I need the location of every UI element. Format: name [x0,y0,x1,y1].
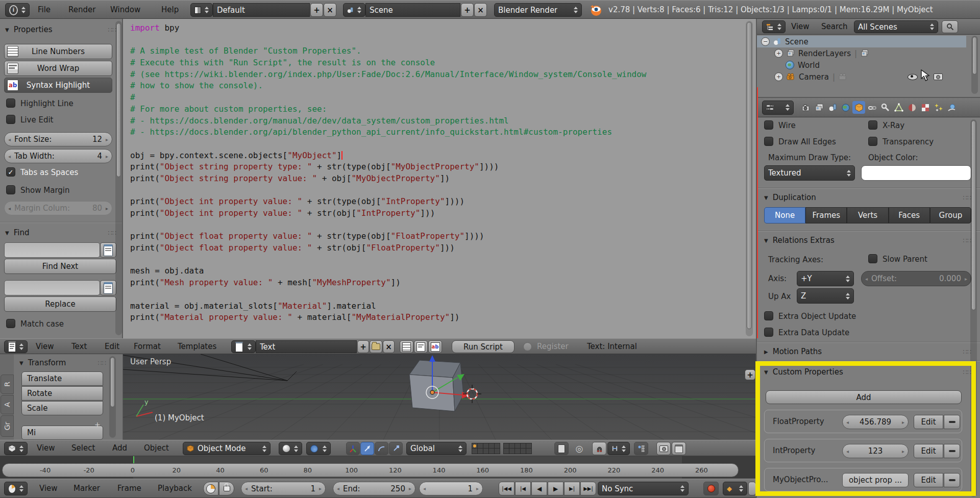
match-case-checkbox[interactable]: ✓ [6,319,15,328]
play-reverse-button[interactable]: ◀ [531,482,547,495]
relations-extras-panel-header[interactable]: ▼Relations Extras∷∷ [764,236,971,245]
timeline-ruler[interactable]: -40-200204060801001201401601802002202402… [0,456,756,479]
highlight-line-checkbox[interactable]: ✓ [6,98,15,108]
outliner-row-world[interactable]: World [757,59,966,71]
render-engine-dropdown[interactable]: Blender Render [494,3,582,17]
shading-dropdown[interactable] [279,442,302,455]
text-close-button[interactable]: × [383,340,395,353]
properties-panel-header[interactable]: ▼Properties∷∷ [5,25,116,34]
scrollbar-thumb[interactable] [116,23,121,177]
line-numbers-button[interactable]: Line Numbers [4,44,112,59]
tool-shelf-tab[interactable]: A [1,395,14,414]
tab-particles-icon[interactable] [932,101,945,114]
next-keyframe-button[interactable]: ▶| [564,482,580,495]
menu-marker[interactable]: Marker [74,484,100,493]
menu-object[interactable]: Object [144,443,169,453]
expand-circle-icon[interactable]: + [774,72,783,81]
tab-width-slider[interactable]: ◂Tab Width:4▸ [4,149,112,163]
scrollbar-thumb[interactable] [747,22,752,329]
transparency-checkbox[interactable]: ✓ [868,137,877,146]
layout-add-button[interactable]: + [310,3,323,17]
record-button[interactable] [703,482,719,495]
scrollbar-thumb[interactable] [971,120,976,310]
layers-widget[interactable] [472,443,500,454]
end-frame-field[interactable]: ◂End:250▸ [333,482,415,495]
opengl-render-button[interactable] [656,442,671,455]
toggle-word-wrap-button[interactable] [414,340,428,353]
slow-parent-checkbox[interactable]: ✓ [868,254,877,263]
draw-type-dropdown[interactable]: Textured [764,165,855,181]
viewport-3d[interactable]: User Persp y (1) MyObject [123,354,756,440]
menu-text[interactable]: Text [71,342,87,351]
outliner-scrollbar[interactable] [971,36,978,94]
duplication-group-button[interactable]: Group [930,207,971,223]
jump-to-end-button[interactable]: ▶▶| [580,482,596,495]
menu-file[interactable]: File [38,5,51,14]
menu-edit[interactable]: Edit [105,342,119,351]
motion-paths-panel-header[interactable]: ▶Motion Paths∷∷ [764,347,971,356]
tab-object-icon[interactable] [852,101,865,114]
menu-format[interactable]: Format [134,342,161,351]
opengl-animation-button[interactable] [672,442,686,455]
duplication-verts-button[interactable]: Verts [847,207,888,223]
mirror-button[interactable]: Mi [21,426,103,440]
find-next-button[interactable]: Find Next [4,259,116,274]
renderability-camera-icon[interactable] [934,73,943,80]
tab-texture-icon[interactable] [919,101,932,114]
duplication-faces-button[interactable]: Faces [889,207,930,223]
prev-keyframe-button[interactable]: |◀ [515,482,531,495]
show-margin-checkbox[interactable]: ✓ [6,185,15,194]
mode-dropdown[interactable]: Object Mode [183,442,271,455]
duplication-none-button[interactable]: None [764,207,805,223]
scene-name-field[interactable]: Scene [365,3,460,17]
layout-selector-icon-button[interactable] [190,3,213,17]
duplication-panel-header[interactable]: ▼Duplication∷∷ [764,193,971,202]
expand-circle-icon[interactable]: + [774,49,783,58]
manipulator-toggle-button[interactable] [346,442,360,455]
sidebar-scrollbar[interactable] [115,21,122,335]
word-wrap-button[interactable]: Word Wrap [4,61,112,76]
outliner-type-selector[interactable] [762,20,786,33]
axis-dropdown[interactable]: +Y [797,271,854,286]
layout-name-field[interactable]: Default [213,3,310,17]
live-edit-checkbox[interactable]: ✓ [6,115,15,124]
play-button[interactable]: ▶ [548,482,564,495]
scene-add-button[interactable]: + [461,3,474,17]
tab-modifiers-icon[interactable] [879,101,892,114]
panel-drag-dots-icon[interactable]: ∷∷ [97,359,106,367]
snap-magnet-button[interactable] [592,442,606,455]
scale-button[interactable]: Scale [21,401,103,415]
replace-input[interactable] [4,280,100,295]
find-panel-header[interactable]: ▼Find∷∷ [5,228,116,237]
tab-render-icon[interactable] [799,101,812,114]
tab-scene-icon[interactable] [826,101,839,114]
keying-set-dropdown[interactable]: ◆ [723,482,747,495]
start-frame-field[interactable]: ◂Start:1▸ [241,482,326,495]
tool-shelf-tab[interactable]: R [1,375,14,394]
jump-to-start-button[interactable]: |◀◀ [499,482,514,495]
timeline-type-selector[interactable] [4,482,28,495]
menu-window[interactable]: Window [110,5,140,14]
manipulator-translate-button[interactable] [360,442,374,455]
translate-button[interactable]: Translate [21,371,103,386]
scene-close-button[interactable]: × [474,3,487,17]
expand-region-plus-button[interactable]: + [745,369,755,380]
duplication-frames-button[interactable]: Frames [805,207,847,223]
menu-playback[interactable]: Playback [158,484,192,493]
find-text-datablock-button[interactable] [100,242,116,258]
insert-keyframe-button[interactable] [748,482,756,495]
text-datablock-icon-button[interactable] [231,340,256,353]
open-file-button[interactable] [370,340,382,353]
all-scenes-dropdown[interactable]: All Scenes [854,20,938,33]
manipulator-scale-button[interactable] [389,442,403,455]
tab-physics-icon[interactable] [945,101,958,114]
menu-select[interactable]: Select [71,443,95,453]
scrollbar-thumb[interactable] [110,357,115,407]
current-frame-field[interactable]: ◂1▸ [419,482,483,495]
toggle-syntax-highlight-button[interactable]: ab [428,340,442,353]
sync-dropdown[interactable]: No Sync [598,482,689,495]
toggle-line-numbers-button[interactable] [400,340,413,353]
menu-frame[interactable]: Frame [117,484,141,493]
menu-help[interactable]: Help [161,5,179,14]
text-editor-type-selector[interactable] [4,340,28,353]
